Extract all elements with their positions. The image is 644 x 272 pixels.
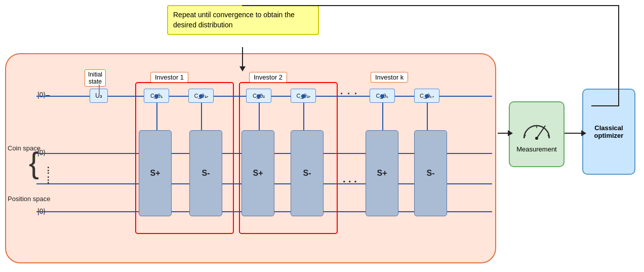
gauge-icon (519, 115, 554, 143)
Splus-2: S+ (242, 130, 274, 216)
Sminus-1: S- (189, 130, 222, 216)
initial-state-arrow (99, 85, 100, 95)
ctrl-dot-kr (425, 94, 429, 98)
Splus-k: S+ (366, 130, 398, 216)
arrow-meas-to-optimizer (565, 133, 582, 134)
note-text: Repeat until convergence to obtain the d… (173, 11, 295, 29)
initial-state-label: Initialstate (88, 71, 102, 85)
ctrl-dot-2 (257, 94, 261, 98)
Sminus-k: S- (414, 130, 447, 216)
ket0-coin: |0⟩– (37, 91, 50, 99)
dots-between: · · · (343, 176, 357, 187)
dots-pos: ⋮⋮ (44, 166, 52, 185)
dots-coin-wire: · · · (340, 89, 358, 99)
loop-arrow-right (618, 5, 619, 106)
investor1-label: Investor 1 (150, 72, 188, 83)
Splus-1: S+ (139, 130, 172, 216)
investor2-label: Investor 2 (249, 72, 287, 83)
svg-point-1 (535, 137, 538, 140)
ctrl-dot-1 (154, 94, 158, 98)
position-brace: { (29, 148, 39, 178)
initial-state-box: Initialstate (85, 69, 106, 87)
loop-arrow-top (242, 5, 619, 6)
coin-space-label: Coin space (8, 144, 41, 152)
svg-line-0 (537, 126, 545, 138)
note-box: Repeat until convergence to obtain the d… (167, 5, 319, 35)
position-space-label: Position space (8, 195, 51, 203)
investork-label: Investor k (371, 72, 408, 83)
ctrl-dot-2r (301, 94, 305, 98)
arrow-down (242, 47, 243, 67)
main-container: |0⟩– |0⟩ ⋮⋮ |0⟩ { Initialstate U₃ Invest… (5, 53, 496, 263)
optimizer-box: Classical optimizer (582, 89, 635, 175)
Sminus-2: S- (291, 130, 324, 216)
arrow-to-measurement (498, 133, 509, 134)
loop-arrow-right-bottom (591, 105, 619, 106)
measurement-box: Measurement (509, 101, 565, 167)
ctrl-dot-k (380, 94, 384, 98)
measurement-label: Measurement (516, 145, 556, 153)
optimizer-label: Classical optimizer (583, 124, 634, 139)
ctrl-dot-1r (199, 94, 203, 98)
